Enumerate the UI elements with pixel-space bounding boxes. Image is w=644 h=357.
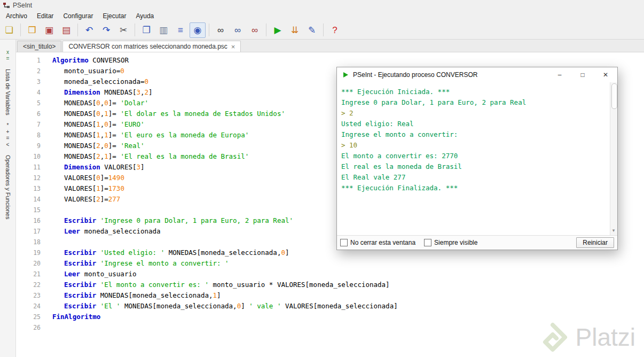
toolbar-separator bbox=[209, 24, 209, 36]
find-replace-icon[interactable]: ∞ bbox=[247, 22, 263, 38]
line-number: 2 bbox=[23, 66, 52, 76]
indent-icon[interactable]: ≡ bbox=[172, 22, 189, 38]
code-line[interactable]: 24Escribir 'El ' MONEDAS[moneda_seleccio… bbox=[23, 301, 644, 312]
code-text: Escribir 'Ingrese 0 para Dolar, 1 para E… bbox=[52, 215, 293, 226]
line-number: 15 bbox=[23, 205, 52, 215]
run-window-footer: No cerrar esta ventanaSiempre visible Re… bbox=[337, 235, 617, 250]
zoom-view-icon[interactable]: ◉ bbox=[190, 22, 206, 38]
maximize-button[interactable]: □ bbox=[573, 68, 592, 82]
find-icon[interactable]: ∞ bbox=[213, 22, 229, 38]
console-line: *** Ejecución Finalizada. *** bbox=[341, 183, 606, 193]
checkbox-label: No cerrar esta ventana bbox=[350, 239, 415, 246]
console-output[interactable]: *** Ejecución Iniciada. ***Ingrese 0 par… bbox=[337, 82, 610, 235]
redo-icon[interactable]: ↷ bbox=[98, 22, 114, 38]
run-window-title-bar[interactable]: PSeInt - Ejecutando proceso CONVERSOR – … bbox=[337, 67, 617, 82]
menu-item-ejecutar[interactable]: Ejecutar bbox=[98, 11, 131, 21]
undo-icon[interactable]: ↶ bbox=[81, 22, 97, 38]
tab-sin-titulo[interactable]: <sin_titulo> bbox=[17, 41, 61, 52]
always-visible-checkbox[interactable]: Siempre visible bbox=[424, 239, 477, 246]
platzi-watermark-text: Platzi bbox=[576, 323, 635, 352]
line-number: 20 bbox=[23, 258, 52, 269]
no-close-checkbox[interactable]: No cerrar esta ventana bbox=[340, 239, 415, 246]
code-line[interactable]: 21Leer monto_usuario bbox=[23, 269, 644, 280]
minimize-button[interactable]: – bbox=[550, 68, 569, 82]
tab-conversor[interactable]: CONVERSOR con matrices seleccionando mon… bbox=[62, 41, 241, 52]
code-line[interactable]: 23Escribir MONEDAS[moneda_seleccionada,1… bbox=[23, 290, 644, 301]
restart-button[interactable]: Reiniciar bbox=[576, 237, 614, 248]
line-number: 22 bbox=[23, 280, 52, 290]
code-text: monto_usuario=0 bbox=[52, 66, 124, 76]
line-number: 12 bbox=[23, 173, 52, 183]
scroll-down-icon[interactable]: ▾ bbox=[610, 227, 617, 234]
variables-panel-icon[interactable]: x= bbox=[5, 49, 11, 62]
menu-item-configurar[interactable]: Configurar bbox=[58, 11, 98, 21]
code-line[interactable]: 25FinAlgoritmo bbox=[23, 312, 644, 322]
console-line: Usted eligio: Real bbox=[341, 119, 606, 129]
code-text: VALORES[2]=277 bbox=[52, 194, 120, 205]
line-number: 3 bbox=[23, 76, 52, 87]
copy-icon[interactable]: ❐ bbox=[138, 22, 154, 38]
code-text: MONEDAS[2,0]= 'Real' bbox=[52, 141, 145, 151]
console-line: > 10 bbox=[341, 140, 606, 151]
toolbar-separator bbox=[266, 24, 266, 36]
code-text: Escribir 'El monto a convertir es: ' mon… bbox=[52, 280, 390, 290]
run-icon[interactable]: ▶ bbox=[270, 22, 286, 38]
run-window-title: PSeInt - Ejecutando proceso CONVERSOR bbox=[353, 71, 477, 79]
always-visible-checkbox-box[interactable] bbox=[424, 239, 431, 246]
draw-flowchart-icon[interactable]: ✎ bbox=[304, 22, 320, 38]
line-number: 24 bbox=[23, 301, 52, 312]
code-text: VALORES[0]=1490 bbox=[52, 173, 124, 183]
code-text: moneda_seleccionada=0 bbox=[52, 76, 148, 87]
line-number: 18 bbox=[23, 237, 52, 247]
line-number: 26 bbox=[23, 322, 52, 333]
sidebar-tab-operators[interactable]: Operadores y Funciones bbox=[5, 155, 11, 219]
code-text: FinAlgoritmo bbox=[52, 312, 100, 322]
code-text: Escribir 'Usted eligio: ' MONEDAS[moneda… bbox=[52, 247, 289, 258]
help-icon[interactable]: ? bbox=[327, 22, 343, 38]
tab-label: CONVERSOR con matrices seleccionando mon… bbox=[68, 43, 227, 50]
close-button[interactable]: ✕ bbox=[596, 68, 615, 82]
line-number: 1 bbox=[23, 55, 52, 66]
run-window-body: *** Ejecución Iniciada. ***Ingrese 0 par… bbox=[337, 82, 617, 235]
checkbox-label: Siempre visible bbox=[434, 239, 477, 246]
save-icon[interactable]: ▣ bbox=[41, 22, 57, 38]
run-step-icon[interactable]: ⇊ bbox=[287, 22, 303, 38]
console-line: > 2 bbox=[341, 108, 606, 119]
code-text: Leer moneda_seleccionada bbox=[52, 226, 161, 237]
open-file-icon[interactable]: ❒ bbox=[24, 22, 40, 38]
code-text: VALORES[1]=1730 bbox=[52, 183, 124, 194]
code-line[interactable]: 22Escribir 'El monto a convertir es: ' m… bbox=[23, 280, 644, 290]
menu-bar: ArchivoEditarConfigurarEjecutarAyuda bbox=[0, 11, 644, 21]
code-line[interactable]: 20Escribir 'Ingrese el monto a convertir… bbox=[23, 258, 644, 269]
run-window: PSeInt - Ejecutando proceso CONVERSOR – … bbox=[336, 67, 618, 250]
find-next-icon[interactable]: ∞ bbox=[230, 22, 246, 38]
toolbar-separator bbox=[20, 24, 21, 36]
toolbar-separator bbox=[323, 24, 324, 36]
tab-bar: <sin_titulo>CONVERSOR con matrices selec… bbox=[16, 40, 644, 52]
console-line: Ingrese 0 para Dolar, 1 para Euro, 2 par… bbox=[341, 97, 606, 108]
title-bar[interactable]: PSeInt bbox=[0, 0, 644, 11]
paste-icon[interactable]: ▥ bbox=[155, 22, 171, 38]
menu-item-editar[interactable]: Editar bbox=[32, 11, 58, 21]
line-number: 7 bbox=[23, 119, 52, 130]
menu-item-archivo[interactable]: Archivo bbox=[1, 11, 32, 21]
scrollbar-thumb[interactable] bbox=[611, 83, 617, 109]
menu-item-ayuda[interactable]: Ayuda bbox=[131, 11, 159, 21]
no-close-checkbox-box[interactable] bbox=[340, 239, 348, 246]
sidebar-tab-variables[interactable]: Lista de Variables bbox=[5, 69, 11, 115]
console-scrollbar[interactable]: ▾ bbox=[610, 82, 617, 235]
app-logo-icon bbox=[3, 2, 10, 9]
line-number: 19 bbox=[23, 247, 52, 258]
code-line[interactable]: 1Algoritmo CONVERSOR bbox=[23, 55, 644, 66]
code-text: MONEDAS[0,1]= 'El dolar es la moneda de … bbox=[52, 108, 285, 119]
line-number: 14 bbox=[23, 194, 52, 205]
new-file-icon[interactable]: ❏ bbox=[1, 22, 17, 38]
save-all-icon[interactable]: ▤ bbox=[58, 22, 74, 38]
operators-panel-icon[interactable]: *+=< bbox=[5, 122, 11, 148]
line-number: 23 bbox=[23, 290, 52, 301]
tab-close-icon[interactable]: × bbox=[231, 43, 235, 50]
platzi-watermark: Platzi bbox=[537, 322, 635, 353]
code-text: MONEDAS[1,0]= 'EURO' bbox=[52, 119, 145, 130]
cut-icon[interactable]: ✂ bbox=[115, 22, 131, 38]
code-text: Leer monto_usuario bbox=[52, 269, 136, 280]
